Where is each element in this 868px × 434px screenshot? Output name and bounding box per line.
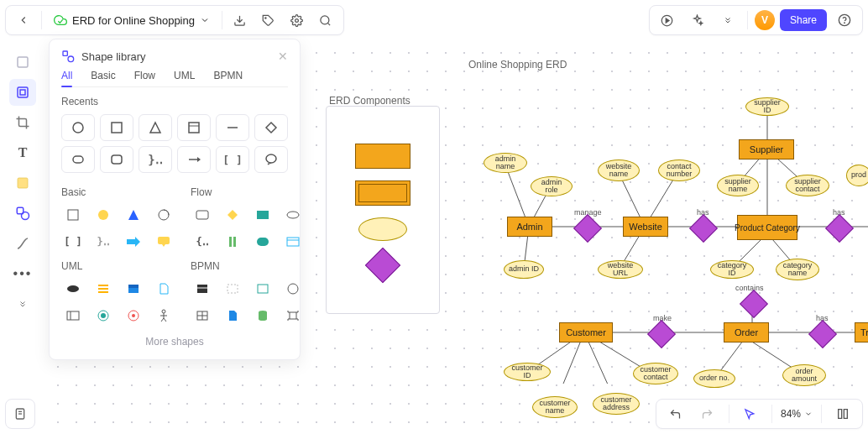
- shp-u2[interactable]: [92, 279, 115, 299]
- tool-more[interactable]: •••: [9, 260, 36, 287]
- attr-customer-id[interactable]: customer ID: [504, 363, 551, 381]
- tool-sticky[interactable]: [9, 170, 36, 196]
- shape-diamond[interactable]: [254, 114, 288, 141]
- search-button[interactable]: [313, 8, 338, 33]
- shp-b1[interactable]: [61, 205, 85, 225]
- shp-b6[interactable]: }‥: [92, 232, 115, 252]
- shp-p3[interactable]: [251, 279, 275, 299]
- attr-customer-address[interactable]: customer address: [593, 393, 640, 415]
- play-button[interactable]: [655, 8, 680, 33]
- shp-u8[interactable]: [152, 306, 175, 326]
- shp-u6[interactable]: [92, 306, 115, 326]
- attr-supplier-name[interactable]: supplier name: [717, 175, 759, 196]
- shp-b5[interactable]: [ ]: [61, 232, 85, 252]
- settings-button[interactable]: [285, 8, 310, 33]
- shp-p4[interactable]: [281, 279, 305, 299]
- entity-order[interactable]: Order: [724, 322, 769, 342]
- document-title[interactable]: ERD for Online Shopping: [47, 13, 217, 27]
- shp-p8[interactable]: [281, 306, 305, 326]
- shp-b8[interactable]: [152, 232, 175, 252]
- tool-frame[interactable]: [9, 79, 36, 106]
- attr-category-id[interactable]: category ID: [710, 260, 754, 279]
- tab-flow[interactable]: Flow: [134, 70, 155, 81]
- entity-transaction[interactable]: Tr: [855, 322, 868, 342]
- entity-product-category[interactable]: Product Category: [737, 215, 797, 240]
- shape-square[interactable]: [100, 114, 133, 141]
- attr-website-name[interactable]: website name: [598, 159, 640, 181]
- tab-bpmn[interactable]: BPMN: [213, 70, 243, 81]
- back-button[interactable]: [11, 8, 36, 33]
- minimap-button[interactable]: [830, 401, 855, 426]
- attr-supplier-id[interactable]: supplier ID: [745, 97, 789, 116]
- comp-relationship[interactable]: [365, 248, 400, 283]
- shp-u3[interactable]: [122, 279, 145, 299]
- tool-text[interactable]: T: [9, 139, 36, 166]
- shape-brace[interactable]: }‥: [139, 146, 172, 173]
- attr-prod[interactable]: prod: [846, 165, 868, 186]
- shp-u7[interactable]: [122, 306, 145, 326]
- tool-crop[interactable]: [9, 109, 36, 136]
- tool-shapes[interactable]: [9, 200, 36, 227]
- more-shapes[interactable]: More shapes: [61, 336, 288, 348]
- pages-button[interactable]: [5, 399, 35, 429]
- shp-b3[interactable]: [122, 205, 145, 225]
- tab-all[interactable]: All: [61, 70, 72, 81]
- shape-roundrect[interactable]: [100, 146, 133, 173]
- shp-p2[interactable]: [221, 279, 244, 299]
- attr-admin-name[interactable]: admin name: [484, 153, 527, 173]
- shape-rounded[interactable]: [61, 146, 95, 173]
- sparkle-button[interactable]: [685, 8, 710, 33]
- comp-weak-entity[interactable]: [355, 180, 410, 206]
- entity-admin[interactable]: Admin: [507, 217, 552, 237]
- attr-customer-contact[interactable]: customer contact: [633, 363, 678, 384]
- shp-f4[interactable]: [281, 205, 305, 225]
- avatar[interactable]: V: [755, 10, 775, 30]
- shp-p1[interactable]: [191, 279, 214, 299]
- help-button[interactable]: [832, 8, 857, 33]
- tag-button[interactable]: [256, 8, 281, 33]
- shp-f6[interactable]: [221, 232, 244, 252]
- attr-customer-name[interactable]: customer name: [532, 396, 578, 418]
- shp-u4[interactable]: [152, 279, 175, 299]
- shp-p5[interactable]: [191, 306, 214, 326]
- comp-attribute[interactable]: [358, 217, 407, 241]
- attr-admin-id[interactable]: admin ID: [504, 260, 544, 279]
- shp-f7[interactable]: [251, 232, 275, 252]
- shape-speech[interactable]: [254, 146, 288, 173]
- shp-f5[interactable]: {‥: [191, 232, 214, 252]
- shp-f3[interactable]: [251, 205, 275, 225]
- entity-website[interactable]: Website: [623, 217, 668, 237]
- shp-u1[interactable]: [61, 279, 85, 299]
- attr-category-name[interactable]: category name: [776, 259, 819, 280]
- redo-button[interactable]: [695, 401, 720, 426]
- tab-uml[interactable]: UML: [174, 70, 195, 81]
- entity-customer[interactable]: Customer: [559, 322, 613, 342]
- shp-p7[interactable]: [251, 306, 275, 326]
- shp-b2[interactable]: [92, 205, 115, 225]
- attr-admin-role[interactable]: admin role: [531, 176, 573, 196]
- shape-container[interactable]: [177, 114, 211, 141]
- tool-connector[interactable]: [9, 230, 36, 257]
- shape-brackets[interactable]: [ ]: [216, 146, 249, 173]
- attr-order-amount[interactable]: order amount: [782, 364, 826, 386]
- shp-f2[interactable]: [221, 205, 244, 225]
- shp-b7[interactable]: [122, 232, 145, 252]
- expand-button[interactable]: [715, 8, 740, 33]
- pointer-tool[interactable]: [738, 401, 763, 426]
- shape-line[interactable]: [216, 114, 249, 141]
- shp-f1[interactable]: [191, 205, 214, 225]
- comp-entity[interactable]: [355, 144, 410, 169]
- undo-button[interactable]: [663, 401, 688, 426]
- attr-supplier-contact[interactable]: supplier contact: [786, 175, 829, 196]
- shape-circle[interactable]: [61, 114, 95, 141]
- attr-website-url[interactable]: website URL: [598, 260, 643, 279]
- shp-b4[interactable]: [152, 205, 175, 225]
- shp-p6[interactable]: [221, 306, 244, 326]
- shape-arrow[interactable]: [177, 146, 211, 173]
- zoom-control[interactable]: 84%: [781, 408, 813, 420]
- close-icon[interactable]: ✕: [278, 50, 288, 63]
- share-button[interactable]: Share: [780, 9, 827, 31]
- entity-supplier[interactable]: Supplier: [739, 139, 794, 159]
- tool-template[interactable]: [9, 49, 36, 76]
- download-button[interactable]: [227, 8, 253, 33]
